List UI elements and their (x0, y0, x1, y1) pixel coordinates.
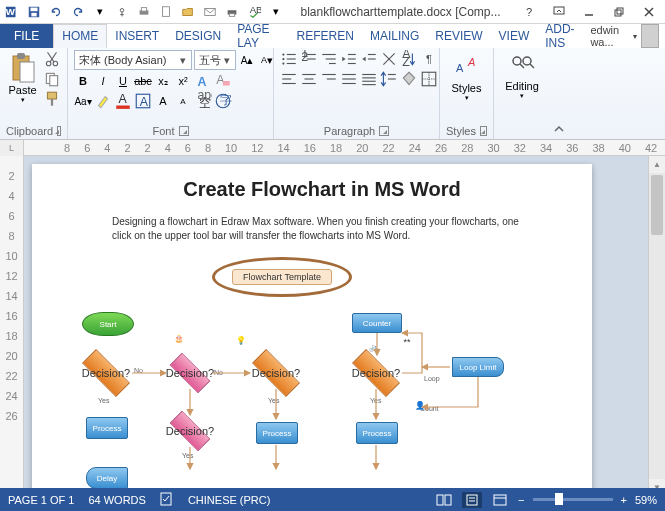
fc-process-1: Process (86, 417, 128, 439)
tab-file[interactable]: FILE (0, 24, 53, 48)
svg-rect-11 (229, 13, 234, 16)
zoom-slider[interactable] (533, 498, 613, 501)
paste-button[interactable]: Paste ▾ (6, 50, 39, 104)
help-icon[interactable]: ? (515, 2, 543, 22)
paragraph-launcher[interactable] (379, 126, 389, 136)
collapse-ribbon-icon[interactable] (550, 48, 568, 139)
copy-icon[interactable] (43, 70, 61, 88)
close-icon[interactable] (635, 2, 663, 22)
status-page[interactable]: PAGE 1 OF 1 (8, 494, 74, 506)
tab-insert[interactable]: INSERT (107, 24, 167, 48)
vertical-scrollbar[interactable]: ▲ ▼ (648, 156, 665, 496)
minimize-icon[interactable] (575, 2, 603, 22)
scroll-up-icon[interactable]: ▲ (649, 156, 665, 173)
cut-icon[interactable] (43, 50, 61, 68)
tab-references[interactable]: REFEREN (289, 24, 362, 48)
font-name-combo[interactable]: 宋体 (Body Asian)▾ (74, 50, 192, 70)
status-words[interactable]: 64 WORDS (88, 494, 145, 506)
font-color-icon[interactable]: A (114, 92, 132, 110)
change-case-icon[interactable]: Aa▾ (74, 92, 92, 110)
ribbon-display-icon[interactable] (545, 2, 573, 22)
qat-customize-icon[interactable]: ▾ (90, 2, 110, 22)
styles-launcher[interactable] (480, 126, 487, 136)
svg-text:字: 字 (220, 93, 232, 107)
shrink-font-2-icon[interactable]: A (174, 92, 192, 110)
svg-rect-105 (467, 495, 477, 505)
subscript-button[interactable]: x₂ (154, 72, 172, 90)
print-preview-icon[interactable] (134, 2, 154, 22)
new-doc-icon[interactable] (156, 2, 176, 22)
view-read-icon[interactable] (434, 492, 454, 508)
strikethrough-button[interactable]: abc (134, 72, 152, 90)
svg-rect-20 (17, 53, 25, 59)
avatar (641, 24, 659, 48)
align-left-icon[interactable] (280, 70, 298, 88)
restore-icon[interactable] (605, 2, 633, 22)
increase-indent-icon[interactable] (360, 50, 378, 68)
tab-design[interactable]: DESIGN (167, 24, 229, 48)
font-size-combo[interactable]: 五号▾ (194, 50, 236, 70)
clear-formatting-icon[interactable]: A (214, 72, 232, 90)
zoom-slider-thumb[interactable] (555, 493, 563, 505)
grow-font-2-icon[interactable]: A (154, 92, 172, 110)
text-effects-icon[interactable]: A (194, 72, 212, 90)
zoom-level[interactable]: 59% (635, 494, 657, 506)
zoom-in-icon[interactable]: + (621, 494, 627, 506)
highlight-icon[interactable] (94, 92, 112, 110)
editing-button[interactable]: Editing ▾ (501, 50, 543, 102)
undo-icon[interactable] (46, 2, 66, 22)
bullets-icon[interactable] (280, 50, 298, 68)
vertical-ruler[interactable]: 2468101214161820222426 (0, 156, 24, 496)
sort-icon[interactable]: AZ (400, 50, 418, 68)
tab-addins[interactable]: ADD-INS (537, 24, 590, 48)
tab-page-layout[interactable]: PAGE LAY (229, 24, 288, 48)
decrease-indent-icon[interactable] (340, 50, 358, 68)
enclose-char-icon[interactable]: 字 (214, 92, 232, 110)
multilevel-list-icon[interactable] (320, 50, 338, 68)
styles-button[interactable]: AA Styles ▾ (448, 50, 486, 104)
view-web-layout-icon[interactable] (490, 492, 510, 508)
numbering-icon[interactable]: 12 (300, 50, 318, 68)
status-language[interactable]: CHINESE (PRC) (188, 494, 271, 506)
distributed-icon[interactable] (360, 70, 378, 88)
status-proofing-icon[interactable] (160, 492, 174, 508)
page-scroll-area[interactable]: Create Flowchart in MS Word Designing a … (24, 156, 648, 496)
user-account[interactable]: edwin wa... ▾ (590, 24, 665, 48)
document-page[interactable]: Create Flowchart in MS Word Designing a … (32, 164, 592, 496)
char-border-icon[interactable]: A (134, 92, 152, 110)
tab-view[interactable]: VIEW (491, 24, 538, 48)
tab-review[interactable]: REVIEW (427, 24, 490, 48)
quick-print-icon[interactable] (222, 2, 242, 22)
scroll-thumb-v[interactable] (651, 175, 663, 235)
superscript-button[interactable]: x² (174, 72, 192, 90)
justify-icon[interactable] (340, 70, 358, 88)
font-launcher[interactable] (179, 126, 189, 136)
underline-button[interactable]: U (114, 72, 132, 90)
phonetic-guide-icon[interactable]: abc空 (194, 92, 212, 110)
save-icon[interactable] (24, 2, 44, 22)
open-icon[interactable] (178, 2, 198, 22)
qat-more-icon[interactable]: ▾ (266, 2, 286, 22)
bold-button[interactable]: B (74, 72, 92, 90)
show-marks-icon[interactable]: ¶ (420, 50, 438, 68)
ruler-corner[interactable]: L (0, 140, 24, 156)
align-center-icon[interactable] (300, 70, 318, 88)
italic-button[interactable]: I (94, 72, 112, 90)
borders-icon[interactable] (420, 70, 438, 88)
touch-mode-icon[interactable] (112, 2, 132, 22)
line-spacing-icon[interactable] (380, 70, 398, 88)
horizontal-ruler[interactable]: L 86422468101214161820222426283032343638… (0, 140, 665, 156)
spelling-icon[interactable]: ABC (244, 2, 264, 22)
view-print-layout-icon[interactable] (462, 492, 482, 508)
shading-icon[interactable] (400, 70, 418, 88)
asian-layout-icon[interactable] (380, 50, 398, 68)
tab-mailing[interactable]: MAILING (362, 24, 427, 48)
tab-home[interactable]: HOME (53, 24, 107, 48)
grow-font-icon[interactable]: A▴ (238, 51, 256, 69)
zoom-out-icon[interactable]: − (518, 494, 524, 506)
clipboard-launcher[interactable] (57, 126, 61, 136)
redo-icon[interactable] (68, 2, 88, 22)
align-right-icon[interactable] (320, 70, 338, 88)
format-painter-icon[interactable] (43, 90, 61, 108)
email-icon[interactable] (200, 2, 220, 22)
